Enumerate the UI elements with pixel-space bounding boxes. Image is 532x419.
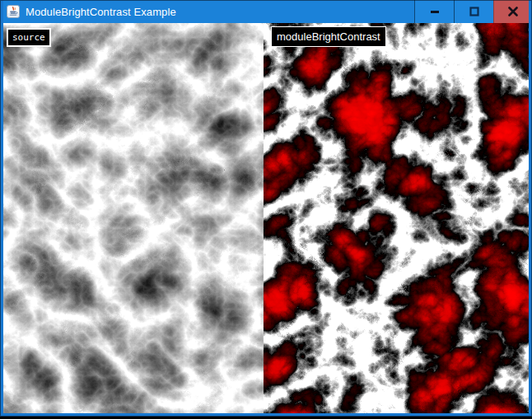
window-controls	[414, 0, 532, 23]
source-image	[3, 23, 264, 413]
maximize-button[interactable]	[454, 0, 493, 23]
modulebrightcontrast-image	[264, 23, 529, 413]
window-title: ModuleBrightContrast Example	[26, 6, 176, 18]
source-image-panel: source	[3, 23, 264, 413]
maximize-icon	[469, 7, 479, 16]
minimize-icon	[430, 7, 440, 16]
close-button[interactable]	[493, 0, 532, 23]
titlebar[interactable]: ModuleBrightContrast Example	[0, 0, 532, 23]
modulebrightcontrast-image-label: moduleBrightContrast	[271, 26, 386, 47]
image-display-area: source moduleBrightContrast	[3, 23, 529, 413]
modulebrightcontrast-image-panel: moduleBrightContrast	[264, 23, 529, 413]
minimize-button[interactable]	[414, 0, 454, 23]
app-window: ModuleBrightContrast Example	[0, 0, 532, 419]
close-icon	[508, 7, 518, 16]
java-coffee-cup-icon[interactable]	[7, 5, 20, 18]
source-image-label: source	[7, 28, 51, 47]
